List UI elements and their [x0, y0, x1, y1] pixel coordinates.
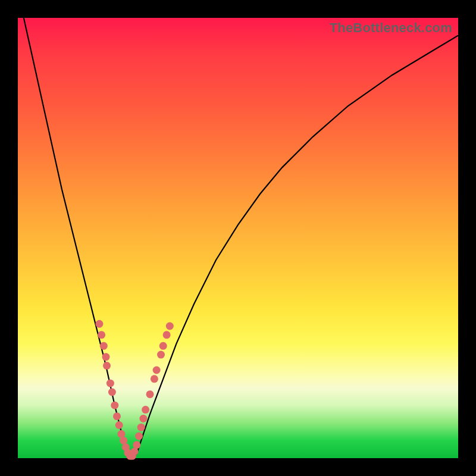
highlight-dot — [137, 424, 145, 431]
highlight-dot — [120, 437, 127, 444]
plot-area: TheBottleneck.com — [18, 18, 458, 458]
highlighted-points-group — [95, 320, 173, 460]
highlight-dot — [146, 390, 154, 398]
highlight-dot — [163, 331, 171, 339]
highlight-dot — [107, 380, 114, 387]
highlight-dot — [102, 353, 110, 361]
highlight-dot — [113, 412, 121, 420]
highlight-dot — [95, 320, 103, 328]
highlight-dot — [153, 367, 161, 374]
highlight-dot — [111, 402, 118, 409]
highlight-dot — [117, 430, 125, 438]
highlight-dot — [108, 389, 116, 396]
highlight-dot — [115, 421, 123, 429]
highlight-dot — [133, 441, 140, 449]
highlight-dot — [103, 362, 111, 369]
bottleneck-curve — [18, 0, 458, 458]
highlight-dot — [157, 351, 165, 359]
highlight-dot — [151, 375, 158, 383]
highlight-dot — [98, 331, 105, 339]
highlight-dot — [139, 415, 147, 422]
highlight-dot — [100, 342, 108, 350]
highlight-dot — [131, 447, 139, 455]
highlight-dot — [142, 406, 149, 414]
chart-svg — [18, 18, 458, 458]
highlight-dot — [166, 322, 174, 330]
chart-frame: TheBottleneck.com — [0, 0, 476, 476]
highlight-dot — [135, 433, 143, 440]
highlight-dot — [159, 342, 167, 350]
